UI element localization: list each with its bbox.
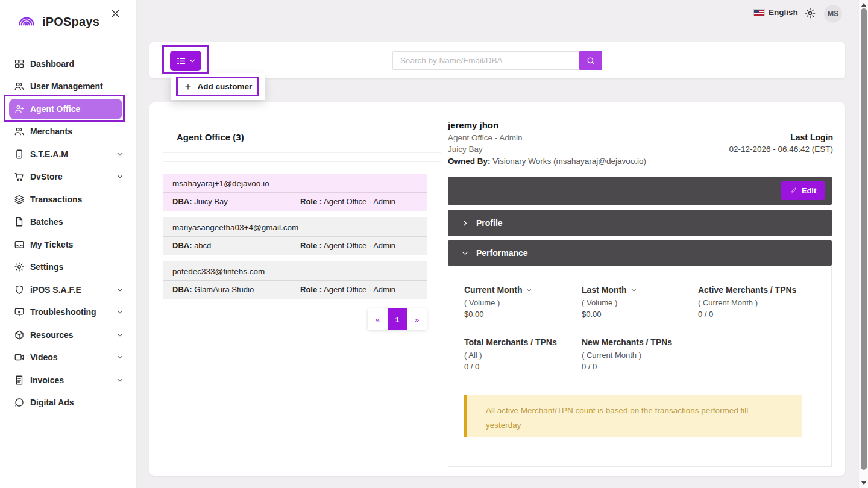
sidebar-item-label: Transactions [30,195,82,204]
agent-email: mariyasangeetha03+4@gmail.com [163,217,427,237]
sidebar-item-label: My Tickets [30,240,73,249]
add-customer-label: Add customer [198,82,253,91]
sidebar-item-ipos-s-a-f-e[interactable]: iPOS S.A.F.E [0,278,137,301]
sidebar: iPOSpays DashboardUser ManagementAgent O… [0,0,137,488]
sidebar-item-invoices[interactable]: Invoices [0,369,137,392]
avatar[interactable]: MS [824,5,842,23]
divider [163,161,441,162]
chevron-down-icon [116,286,124,293]
pagination-prev[interactable]: « [368,308,388,330]
agent-meta: DBA: GlamAura StudioRole : Agent Office … [163,281,427,294]
chevron-down-icon [116,308,124,316]
owned-by-label: Owned By: [448,157,491,166]
sidebar-item-dashboard[interactable]: Dashboard [0,52,137,75]
chevron-down-icon [526,287,532,293]
sidebar-item-settings[interactable]: Settings [0,256,137,279]
stat-title: New Merchants / TPNs [582,336,698,348]
stat-value: $0.00 [464,309,582,320]
inbox-icon [14,239,25,250]
file-icon [14,216,25,227]
gear-icon[interactable] [804,7,816,19]
users-icon [14,126,25,137]
stat-total-merchants-tpns: Total Merchants / TPNs( All )0 / 0 [464,336,582,372]
chevron-down-icon [116,151,124,158]
detail-action-bar: Edit [448,177,832,205]
sidebar-item-merchants[interactable]: Merchants [0,120,137,143]
grid-icon [14,58,25,69]
pencil-icon [790,187,797,195]
profile-section-label: Profile [476,218,503,228]
stat-current-month: Current Month( Volume )$0.00 [464,284,582,320]
vertical-divider [439,102,439,476]
agent-list-item[interactable]: pofedec333@fintehs.comDBA: GlamAura Stud… [163,261,427,299]
language-switcher[interactable]: English [753,8,798,17]
notice-text: All active Merchant/TPN count is based o… [467,395,802,432]
performance-section-label: Performance [476,248,528,258]
edit-button[interactable]: Edit [781,181,825,200]
sidebar-item-label: User Management [30,81,103,91]
accordion-profile[interactable]: Profile [448,210,832,236]
sidebar-item-resources[interactable]: Resources [0,324,137,346]
stat-value: $0.00 [582,309,698,320]
agent-list-item[interactable]: msahayaraj+1@dejavoo.ioDBA: Juicy BayRol… [163,174,427,211]
list-actions-button[interactable] [170,51,201,71]
search-button[interactable] [579,51,602,70]
package-icon [14,330,25,340]
sidebar-item-s-t-e-a-m[interactable]: S.T.E.A.M [0,143,137,166]
dba-label: DBA: [172,241,192,250]
user-plus-icon [14,104,25,114]
sidebar-item-agent-office[interactable]: Agent Office [0,98,137,120]
sidebar-item-videos[interactable]: Videos [0,346,137,369]
stat-new-merchants-tpns: New Merchants / TPNs( Current Month )0 /… [582,336,698,372]
close-icon[interactable] [110,8,121,19]
monitor-icon [14,307,25,318]
role-label: Role : [300,197,322,206]
stat-title-text: New Merchants / TPNs [582,336,672,348]
sidebar-item-label: Merchants [30,127,72,136]
sidebar-item-label: Batches [30,217,63,227]
sidebar-item-label: Invoices [30,375,64,385]
edit-label: Edit [802,186,817,195]
stat-value: 0 / 0 [582,361,698,372]
chevron-down-icon [116,377,124,384]
sidebar-item-user-management[interactable]: User Management [0,75,137,98]
chevron-down-icon [116,354,124,361]
role-value: Agent Office - Admin [324,241,395,250]
stat-title[interactable]: Last Month [582,284,698,296]
video-icon [14,352,25,363]
accordion-performance[interactable]: Performance [448,240,832,266]
sidebar-item-troubleshooting[interactable]: Troubleshooting [0,301,137,324]
vertical-scrollbar [858,0,868,488]
sidebar-item-dvstore[interactable]: DvStore [0,166,137,189]
gear-icon [14,261,25,272]
add-customer-menu-item[interactable]: Add customer [177,77,259,96]
search-input[interactable] [392,51,579,70]
pagination: « 1 » [368,308,427,330]
scroll-up-arrow[interactable] [861,3,866,7]
sidebar-item-transactions[interactable]: Transactions [0,188,137,211]
sidebar-item-digital-ads[interactable]: Digital Ads [0,392,137,414]
main-card: Agent Office (3) msahayaraj+1@dejavoo.io… [149,102,845,476]
chevron-down-icon [116,331,124,339]
chat-icon [14,397,25,408]
chevron-down-icon [189,57,196,64]
sidebar-item-batches[interactable]: Batches [0,211,137,234]
users-icon [14,81,25,92]
pagination-page-1[interactable]: 1 [388,308,407,330]
sidebar-item-my-tickets[interactable]: My Tickets [0,233,137,256]
stats-grid: Current Month( Volume )$0.00Last Month( … [448,266,831,372]
scroll-down-arrow[interactable] [861,481,866,485]
search-icon [586,56,596,66]
stat-last-month: Last Month( Volume )$0.00 [582,284,698,320]
stat-title-text: Current Month [464,284,522,296]
us-flag-icon [753,9,765,16]
role-value: Agent Office - Admin [324,285,395,294]
sidebar-item-label: Dashboard [30,59,74,69]
last-login-label: Last Login [790,133,833,142]
pagination-next[interactable]: » [407,308,427,330]
sidebar-item-label: S.T.E.A.M [30,149,68,159]
detail-name: jeremy jhon [448,120,498,130]
scrollbar-thumb[interactable] [861,8,867,470]
stat-title[interactable]: Current Month [464,284,582,296]
agent-list-item[interactable]: mariyasangeetha03+4@gmail.comDBA: abcdRo… [163,217,427,255]
